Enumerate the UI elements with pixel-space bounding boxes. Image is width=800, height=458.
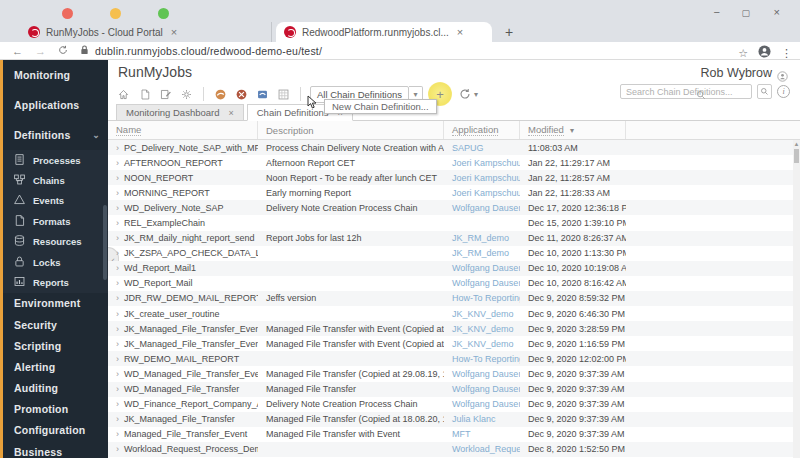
expand-chevron-icon[interactable]: ›	[116, 263, 119, 273]
application-link[interactable]: Wolfgang Dausend	[452, 384, 520, 394]
sidebar-item-monitoring[interactable]: Monitoring	[3, 60, 108, 90]
table-row[interactable]: ›WD_Finance_Report_Company_A Delivery No…	[108, 397, 793, 412]
expand-chevron-icon[interactable]: ›	[116, 248, 119, 258]
scroll-up-icon[interactable]: ▲	[793, 140, 800, 148]
forward-icon[interactable]: →	[35, 45, 46, 57]
column-header-name[interactable]: Name	[108, 121, 258, 139]
application-link[interactable]: Joeri Kampschuur	[452, 158, 520, 168]
expand-chevron-icon[interactable]: ›	[116, 233, 119, 243]
table-row[interactable]: ›REL_ExampleChain Dec 15, 2020 1:39:10 P…	[108, 215, 793, 230]
application-link[interactable]: JK_KNV_demo	[452, 324, 514, 334]
new-tab-button[interactable]: +	[505, 24, 513, 40]
tab-close-icon[interactable]: ×	[457, 26, 463, 38]
sidebar-item-environment[interactable]: Environment	[3, 293, 108, 314]
scrollbar-thumb[interactable]	[794, 149, 799, 163]
expand-chevron-icon[interactable]: ›	[116, 143, 119, 153]
application-link[interactable]: JK_RM_demo	[452, 248, 509, 258]
bookmark-star-icon[interactable]: ☆	[738, 47, 748, 60]
table-row[interactable]: ›NOON_REPORT Noon Report - To be ready a…	[108, 170, 793, 185]
sidebar-subitem-resources[interactable]: Resources	[3, 232, 108, 252]
window-close-button[interactable]: ×	[774, 6, 780, 18]
application-link[interactable]: Joeri Kampschuur	[452, 188, 520, 198]
table-row[interactable]: ›Workload_Request_Process_Demo Workload_…	[108, 442, 793, 457]
search-input[interactable]	[620, 84, 752, 99]
expand-chevron-icon[interactable]: ›	[116, 414, 119, 424]
application-link[interactable]: How-To Reporting	[452, 354, 520, 364]
expand-chevron-icon[interactable]: ›	[116, 384, 119, 394]
sidebar-item-definitions[interactable]: Definitions⌄	[3, 120, 108, 150]
traffic-light-maximize[interactable]	[158, 8, 169, 19]
expand-chevron-icon[interactable]: ›	[116, 293, 119, 303]
expand-chevron-icon[interactable]: ›	[116, 309, 119, 319]
sidebar-subitem-formats[interactable]: Formats	[3, 211, 108, 231]
sidebar-item-applications[interactable]: Applications	[3, 90, 108, 120]
browser-menu-icon[interactable]: ⋮	[781, 47, 792, 60]
table-row[interactable]: ›JK_Managed_File_Transfer_Event_CUS Mana…	[108, 336, 793, 351]
application-link[interactable]: Joeri Kampschuur	[452, 173, 520, 183]
expand-chevron-icon[interactable]: ›	[116, 354, 119, 364]
application-link[interactable]: Julia Klanc	[452, 414, 496, 424]
table-row[interactable]: ›JK_Managed_File_Transfer Managed File T…	[108, 412, 793, 427]
expand-chevron-icon[interactable]: ›	[116, 203, 119, 213]
application-link[interactable]: How-To Reporting	[452, 293, 520, 303]
browser-tab-cloud-portal[interactable]: RunMyJobs - Cloud Portal ×	[20, 22, 272, 42]
sidebar-item-scripting[interactable]: Scripting	[3, 335, 108, 356]
table-row[interactable]: ›WD_Delivery_Note_SAP Delivery Note Crea…	[108, 200, 793, 215]
column-header-description[interactable]: Description	[258, 121, 444, 139]
connector-red-icon[interactable]	[234, 87, 249, 102]
table-row[interactable]: ›Managed_File_Transfer_Event Managed Fil…	[108, 427, 793, 442]
sidebar-subitem-reports[interactable]: Reports	[3, 272, 108, 292]
table-scrollbar[interactable]: ▲	[793, 140, 800, 458]
application-link[interactable]: Wolfgang Dausend	[452, 278, 520, 288]
expand-chevron-icon[interactable]: ›	[116, 369, 119, 379]
sidebar-scrollbar-thumb[interactable]	[103, 205, 107, 280]
padlock-icon[interactable]	[80, 45, 89, 57]
grid-report-icon[interactable]	[276, 87, 291, 102]
new-document-icon[interactable]	[137, 87, 152, 102]
new-chain-definition-button[interactable]: +	[436, 87, 444, 102]
table-row[interactable]: ›AFTERNOON_REPORT Afternoon Report CET J…	[108, 155, 793, 170]
tab-close-icon[interactable]: ×	[228, 108, 233, 118]
expand-chevron-icon[interactable]: ›	[116, 339, 119, 349]
table-row[interactable]: ›PC_Delivery_Note_SAP_with_MFT_for_SA...…	[108, 140, 793, 155]
sidebar-item-promotion[interactable]: Promotion	[3, 399, 108, 420]
application-link[interactable]: Workload_Request_D...	[452, 444, 520, 454]
table-row[interactable]: ›WD_Report_Mail Wolfgang Dausend Dec 10,…	[108, 276, 793, 291]
application-link[interactable]: Wolfgang Dausend	[452, 263, 520, 273]
user-name[interactable]: Rob Wybrow	[701, 66, 772, 80]
refresh-icon[interactable]	[457, 87, 472, 102]
sidebar-item-security[interactable]: Security	[3, 314, 108, 335]
column-header-modified[interactable]: Modified▾	[520, 121, 626, 139]
table-row[interactable]: ›WD_Managed_File_Transfer_Event Managed …	[108, 366, 793, 381]
expand-chevron-icon[interactable]: ›	[116, 324, 119, 334]
connector-blue-icon[interactable]	[255, 87, 270, 102]
window-maximize-button[interactable]: ▢	[741, 8, 750, 18]
home-icon[interactable]	[116, 87, 131, 102]
table-row[interactable]: ›MORNING_REPORT Early morning Report Joe…	[108, 185, 793, 200]
sidebar-item-configuration[interactable]: Configuration	[3, 420, 108, 441]
info-icon[interactable]: i	[777, 85, 790, 98]
settings-gear-icon[interactable]	[179, 87, 194, 102]
sidebar-subitem-locks[interactable]: Locks	[3, 252, 108, 272]
tab-monitoring-dashboard[interactable]: Monitoring Dashboard ×	[116, 104, 244, 121]
traffic-light-close[interactable]	[62, 8, 73, 19]
sidebar-subitem-chains[interactable]: Chains	[3, 170, 108, 190]
tab-close-icon[interactable]: ×	[171, 26, 177, 38]
application-link[interactable]: Wolfgang Dausend	[452, 203, 520, 213]
url-text[interactable]: dublin.runmyjobs.cloud/redwood-demo-eu/t…	[95, 45, 322, 57]
expand-chevron-icon[interactable]: ›	[116, 218, 119, 228]
application-link[interactable]: Wolfgang Dausend	[452, 369, 520, 379]
refresh-caret-icon[interactable]: ▾	[474, 90, 478, 99]
advanced-search-button[interactable]	[757, 84, 772, 99]
table-row[interactable]: ›WD_Managed_File_Transfer Managed File T…	[108, 382, 793, 397]
expand-chevron-icon[interactable]: ›	[116, 444, 119, 454]
sidebar-item-auditing[interactable]: Auditing	[3, 377, 108, 398]
table-row[interactable]: ›JK_RM_daily_night_report_send Report Jo…	[108, 231, 793, 246]
sidebar-item-business[interactable]: Business	[3, 441, 108, 458]
table-row[interactable]: ›RW_DEMO_MAIL_REPORT How-To Reporting De…	[108, 351, 793, 366]
application-link[interactable]: Wolfgang Dausend	[452, 399, 520, 409]
expand-chevron-icon[interactable]: ›	[116, 399, 119, 409]
table-row[interactable]: ›JK_create_user_routine JK_KNV_demo Dec …	[108, 306, 793, 321]
table-row[interactable]: ›JK_Managed_File_Transfer_Event_CUS_sh..…	[108, 321, 793, 336]
table-row[interactable]: ›Wd_Report_Mail1 Wolfgang Dausend Dec 10…	[108, 261, 793, 276]
